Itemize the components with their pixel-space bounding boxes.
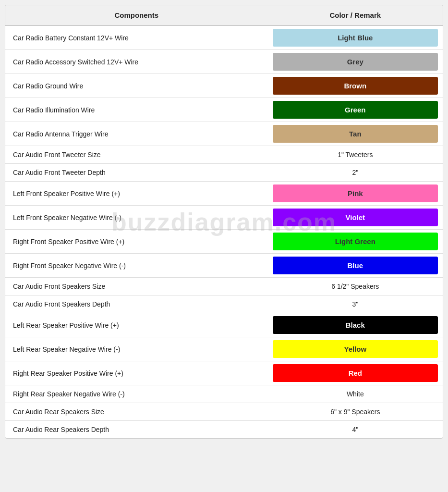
component-cell: Right Rear Speaker Negative Wire (-) xyxy=(5,385,268,403)
color-cell-container: Tan xyxy=(268,122,443,146)
color-cell-container: Light Blue xyxy=(268,25,443,50)
color-cell-container: Blue xyxy=(268,254,443,278)
plain-text-cell: 6 1/2" Speakers xyxy=(273,282,438,291)
color-cell-container: 4" xyxy=(268,421,443,439)
color-cell: Yellow xyxy=(273,340,438,358)
color-cell-container: Black xyxy=(268,313,443,337)
component-cell: Car Radio Battery Constant 12V+ Wire xyxy=(5,25,268,50)
color-cell-container: 1" Tweeters xyxy=(268,146,443,164)
color-cell-container: Green xyxy=(268,98,443,122)
wiring-table: Components Color / Remark Car Radio Batt… xyxy=(5,5,443,438)
component-cell: Car Audio Rear Speakers Depth xyxy=(5,421,268,439)
table-row: Right Rear Speaker Positive Wire (+)Red xyxy=(5,361,443,385)
component-cell: Car Radio Ground Wire xyxy=(5,74,268,98)
component-cell: Right Front Speaker Negative Wire (-) xyxy=(5,254,268,278)
color-cell: Green xyxy=(273,101,438,119)
table-row: Right Front Speaker Negative Wire (-)Blu… xyxy=(5,254,443,278)
color-cell: Black xyxy=(273,316,438,334)
table-body: Car Radio Battery Constant 12V+ WireLigh… xyxy=(5,25,443,438)
color-cell-container: 2" xyxy=(268,164,443,182)
component-cell: Left Front Speaker Positive Wire (+) xyxy=(5,182,268,206)
table-row: Left Front Speaker Positive Wire (+)Pink xyxy=(5,182,443,206)
color-cell-container: Red xyxy=(268,361,443,385)
color-remark-header: Color / Remark xyxy=(268,5,443,25)
color-cell: Blue xyxy=(273,257,438,274)
table-row: Left Rear Speaker Negative Wire (-)Yello… xyxy=(5,337,443,361)
plain-text-cell: White xyxy=(273,389,438,399)
color-cell-container: Pink xyxy=(268,182,443,206)
table-row: Car Audio Front Tweeter Size1" Tweeters xyxy=(5,146,443,164)
table-row: Left Front Speaker Negative Wire (-)Viol… xyxy=(5,206,443,230)
table-row: Car Radio Antenna Trigger WireTan xyxy=(5,122,443,146)
color-cell: Violet xyxy=(273,209,438,226)
color-cell: Red xyxy=(273,364,438,382)
color-cell: Grey xyxy=(273,53,438,71)
color-cell-container: 6 1/2" Speakers xyxy=(268,278,443,295)
plain-text-cell: 1" Tweeters xyxy=(273,150,438,160)
plain-text-cell: 6" x 9" Speakers xyxy=(273,407,438,417)
color-cell-container: 6" x 9" Speakers xyxy=(268,403,443,421)
plain-text-cell: 3" xyxy=(273,299,438,309)
table-row: Car Radio Battery Constant 12V+ WireLigh… xyxy=(5,25,443,50)
table-row: Car Radio Ground WireBrown xyxy=(5,74,443,98)
component-cell: Left Front Speaker Negative Wire (-) xyxy=(5,206,268,230)
component-cell: Car Radio Illumination Wire xyxy=(5,98,268,122)
color-cell-container: Grey xyxy=(268,50,443,74)
component-cell: Car Radio Accessory Switched 12V+ Wire xyxy=(5,50,268,74)
color-cell: Light Blue xyxy=(273,29,438,47)
component-cell: Left Rear Speaker Positive Wire (+) xyxy=(5,313,268,337)
plain-text-cell: 2" xyxy=(273,168,438,177)
table-row: Right Rear Speaker Negative Wire (-)Whit… xyxy=(5,385,443,403)
plain-text-cell: 4" xyxy=(273,425,438,434)
components-header: Components xyxy=(5,5,268,25)
table-row: Car Radio Accessory Switched 12V+ WireGr… xyxy=(5,50,443,74)
component-cell: Left Rear Speaker Negative Wire (-) xyxy=(5,337,268,361)
table-row: Left Rear Speaker Positive Wire (+)Black xyxy=(5,313,443,337)
table-row: Right Front Speaker Positive Wire (+)Lig… xyxy=(5,230,443,254)
color-cell-container: White xyxy=(268,385,443,403)
component-cell: Car Radio Antenna Trigger Wire xyxy=(5,122,268,146)
table-row: Car Audio Rear Speakers Size6" x 9" Spea… xyxy=(5,403,443,421)
component-cell: Car Audio Front Speakers Depth xyxy=(5,295,268,313)
component-cell: Right Front Speaker Positive Wire (+) xyxy=(5,230,268,254)
color-cell-container: Light Green xyxy=(268,230,443,254)
component-cell: Car Audio Front Tweeter Depth xyxy=(5,164,268,182)
component-cell: Car Audio Rear Speakers Size xyxy=(5,403,268,421)
color-cell: Pink xyxy=(273,184,438,202)
table-row: Car Audio Front Speakers Depth3" xyxy=(5,295,443,313)
component-cell: Car Audio Front Speakers Size xyxy=(5,278,268,295)
component-cell: Right Rear Speaker Positive Wire (+) xyxy=(5,361,268,385)
main-table-wrapper: buzzdiagram.com Components Color / Remar… xyxy=(5,5,443,439)
color-cell: Light Green xyxy=(273,233,438,250)
color-cell-container: Violet xyxy=(268,206,443,230)
component-cell: Car Audio Front Tweeter Size xyxy=(5,146,268,164)
color-cell-container: Yellow xyxy=(268,337,443,361)
color-cell-container: 3" xyxy=(268,295,443,313)
table-header-row: Components Color / Remark xyxy=(5,5,443,25)
color-cell-container: Brown xyxy=(268,74,443,98)
table-row: Car Audio Front Tweeter Depth2" xyxy=(5,164,443,182)
color-cell: Brown xyxy=(273,77,438,95)
table-row: Car Radio Illumination WireGreen xyxy=(5,98,443,122)
table-row: Car Audio Front Speakers Size6 1/2" Spea… xyxy=(5,278,443,295)
table-row: Car Audio Rear Speakers Depth4" xyxy=(5,421,443,439)
color-cell: Tan xyxy=(273,125,438,143)
